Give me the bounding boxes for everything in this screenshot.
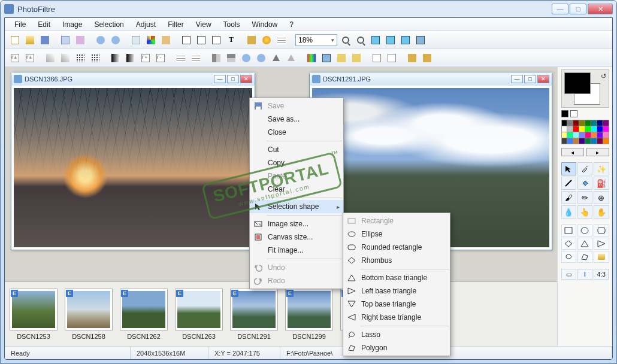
doc1-button[interactable]	[370, 51, 383, 65]
menu-item-ellipse[interactable]: Ellipse	[343, 228, 450, 241]
rotate-ccw-button[interactable]	[240, 51, 253, 65]
wand-plus-button[interactable]	[44, 51, 57, 65]
menu-selection[interactable]: Selection	[88, 19, 129, 31]
color-swatch[interactable]	[603, 132, 609, 138]
tool-brush[interactable]: 🖌	[561, 191, 576, 204]
actual-size-button[interactable]	[384, 34, 397, 47]
presentation-button[interactable]	[414, 34, 427, 47]
menu-item-rhombus[interactable]: Rhombus	[343, 254, 450, 267]
export2-button[interactable]	[421, 51, 434, 65]
color-swatch[interactable]	[573, 138, 579, 144]
foreground-color[interactable]	[564, 72, 591, 94]
selection-button[interactable]	[210, 34, 223, 47]
fx1-button[interactable]	[335, 51, 348, 65]
color-swatch[interactable]	[603, 126, 609, 132]
zoom-in-button[interactable]	[339, 34, 352, 47]
layers-button[interactable]	[245, 34, 258, 47]
menu-item-copy[interactable]: Copy	[250, 156, 343, 169]
color-swatch[interactable]	[597, 126, 603, 132]
menu-item-image-size-[interactable]: Image size...	[250, 217, 343, 230]
redo-button[interactable]	[109, 34, 122, 47]
close-button[interactable]: ✕	[588, 4, 613, 14]
menu-item-left-base-triangle[interactable]: Left base triangle	[343, 284, 450, 298]
text-button[interactable]: T	[225, 34, 238, 47]
tool-eyedropper[interactable]	[577, 162, 592, 175]
tool-move[interactable]: ✋	[594, 205, 609, 219]
shape-open[interactable]	[594, 251, 609, 263]
color-swatch[interactable]	[579, 120, 585, 126]
thumb-DSCN1258[interactable]: EDSCN1258	[63, 289, 114, 340]
thumb-DSCN1262[interactable]: EDSCN1262	[119, 289, 169, 340]
color-swatches[interactable]: ↺	[561, 69, 609, 108]
color-swatch[interactable]	[585, 126, 591, 132]
open-button[interactable]	[23, 34, 37, 47]
shape-rhombus[interactable]	[561, 238, 576, 250]
menu-item-save-as-[interactable]: Save as...	[250, 113, 343, 126]
swap-colors-icon[interactable]: ↺	[601, 72, 606, 80]
menu-tools[interactable]: Tools	[217, 19, 246, 31]
menu-window[interactable]: Window	[246, 19, 284, 31]
mini-bg[interactable]	[570, 110, 577, 117]
menu-item-right-base-triangle[interactable]: Right base triangle	[343, 311, 450, 324]
scan-button[interactable]	[74, 34, 87, 47]
color-swatch[interactable]	[591, 120, 597, 126]
flip-v-button[interactable]	[225, 51, 238, 65]
fx2-button[interactable]	[350, 51, 363, 65]
color-swatch[interactable]	[573, 120, 579, 126]
color-grid[interactable]	[561, 120, 609, 144]
menu-adjust[interactable]: Adjust	[130, 19, 162, 31]
imagesize-button[interactable]	[180, 34, 193, 47]
minimize-button[interactable]: —	[552, 4, 568, 14]
paste-button[interactable]	[159, 34, 173, 47]
menu-file[interactable]: File	[8, 19, 32, 31]
color-swatch[interactable]	[573, 132, 579, 138]
maximize-button[interactable]: □	[570, 4, 586, 14]
menu-item-polygon[interactable]: Polygon	[343, 341, 450, 354]
doc2-button[interactable]	[385, 51, 398, 65]
thumb-DSCN1291[interactable]: EDSCN1291	[229, 289, 279, 340]
thumb-DSCN1253[interactable]: EDSCN1253	[8, 289, 59, 340]
menu-filter[interactable]: Filter	[162, 19, 190, 31]
menu-item-lasso[interactable]: Lasso	[343, 328, 450, 341]
color-swatch[interactable]	[591, 138, 597, 144]
color-swatch[interactable]	[597, 132, 603, 138]
sel-opt-ratio[interactable]: 4:3	[594, 269, 609, 280]
canvassize-button[interactable]	[195, 34, 208, 47]
rotate-cw-button[interactable]	[255, 51, 268, 65]
shape-polygon[interactable]	[577, 251, 592, 263]
menu-help[interactable]: ?	[283, 19, 300, 31]
color-swatch[interactable]	[585, 132, 591, 138]
tool-spray[interactable]: ⛽	[594, 177, 609, 190]
tool-selection[interactable]	[561, 162, 576, 175]
monitor-button[interactable]	[320, 51, 333, 65]
palette-prev[interactable]: ◂	[561, 148, 584, 156]
child-max-2[interactable]: □	[524, 75, 536, 83]
menu-item-fit-image-[interactable]: Fit image...	[250, 244, 343, 257]
menu-item-top-base-triangle[interactable]: Top base triangle	[343, 298, 450, 311]
checker2-button[interactable]	[189, 51, 202, 65]
tool-smudge[interactable]: 👆	[577, 205, 592, 219]
color-swatch[interactable]	[585, 120, 591, 126]
shape-triangle[interactable]	[577, 238, 592, 250]
shape-rect[interactable]	[561, 225, 576, 236]
fullscreen-button[interactable]	[399, 34, 412, 47]
child-close-2[interactable]: ✕	[537, 75, 549, 83]
sel-opt-caret[interactable]: I	[577, 269, 592, 280]
menu-item-selection-shape[interactable]: Selection shape▸	[250, 200, 343, 213]
dots-minus-button[interactable]	[89, 51, 102, 65]
menu-item-clear[interactable]: Clear	[250, 183, 343, 196]
color-swatch[interactable]	[603, 120, 609, 126]
color-swatch[interactable]	[567, 138, 573, 144]
shape-rrect[interactable]	[594, 225, 609, 236]
grid-button[interactable]	[275, 34, 288, 47]
color-swatch[interactable]	[567, 126, 573, 132]
flip-h-button[interactable]	[210, 51, 223, 65]
color-swatch[interactable]	[597, 120, 603, 126]
copy-button[interactable]	[129, 34, 143, 47]
menu-item-bottom-base-triangle[interactable]: Bottom base triangle	[343, 271, 450, 284]
shape-triangle-left[interactable]	[594, 238, 609, 250]
color-swatch[interactable]	[579, 138, 585, 144]
auto-levels-button[interactable]: Γ±	[8, 51, 22, 65]
color-swatch[interactable]	[591, 132, 597, 138]
child-window-1[interactable]: DSCN1366.JPG — □ ✕	[11, 72, 255, 250]
